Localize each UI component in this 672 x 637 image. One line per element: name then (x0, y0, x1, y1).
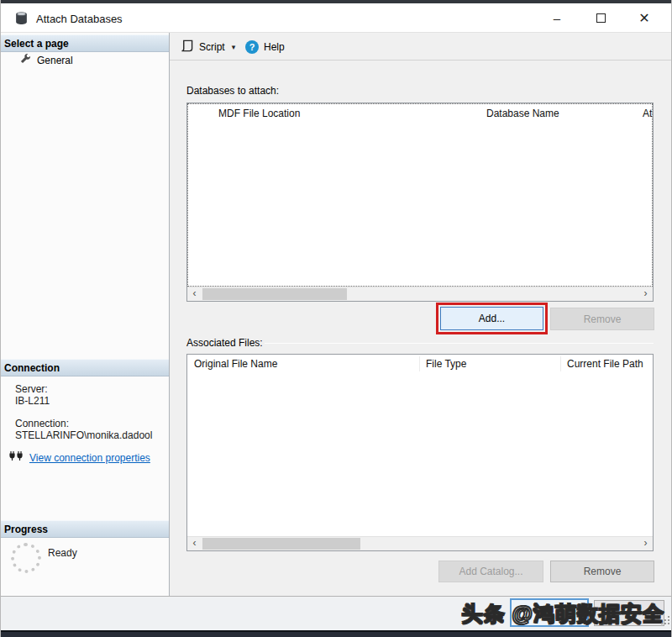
view-connection-properties-row: View connection properties (9, 451, 150, 465)
remove-button-top: Remove (550, 308, 654, 330)
databases-to-attach-label: Databases to attach: (186, 85, 279, 97)
attach-databases-dialog: Attach Databases – ✕ Select a page Gener… (0, 0, 672, 637)
scroll-left-icon[interactable]: ‹ (187, 287, 202, 301)
window-bottom-edge (1, 630, 672, 637)
progress-spinner-icon (11, 543, 41, 573)
connection-properties-icon (9, 451, 24, 465)
script-label: Script (199, 41, 225, 53)
script-button[interactable]: Script ▾ (176, 37, 239, 57)
remove-button-bottom[interactable]: Remove (550, 561, 654, 582)
column-header-database-name[interactable]: Database Name (486, 108, 559, 119)
column-divider (560, 356, 561, 371)
script-icon (180, 39, 194, 55)
sidebar-item-label: General (37, 55, 73, 66)
sidebar-item-general[interactable]: General (19, 53, 73, 67)
connection-value: STELLARINFO\monika.dadool (15, 429, 152, 441)
column-divider (419, 356, 420, 371)
select-page-header: Select a page (1, 34, 169, 52)
databases-horizontal-scrollbar[interactable]: ‹ › (187, 287, 653, 301)
associated-files-list-area: Original File Name File Type Current Fil… (187, 355, 653, 536)
add-catalog-button: Add Catalog... (438, 561, 543, 582)
scroll-right-icon[interactable]: › (638, 537, 653, 550)
resize-grip-icon[interactable] (660, 615, 670, 628)
scroll-left-icon[interactable]: ‹ (187, 537, 202, 550)
server-label: Server: (15, 383, 48, 395)
column-header-attach-as[interactable]: Atta (643, 108, 653, 119)
footer: 头条 @鸿萌数据安全 (1, 597, 672, 630)
server-value: IB-L211 (15, 395, 50, 407)
column-header-original-file-name[interactable]: Original File Name (194, 358, 277, 370)
databases-list-area: MDF File Location Database Name Atta (187, 103, 653, 287)
help-icon: ? (245, 40, 259, 54)
connection-label: Connection: (15, 418, 69, 429)
progress-header: Progress (1, 520, 169, 538)
window-title: Attach Databases (36, 13, 123, 25)
associated-files-label: Associated Files: (186, 337, 263, 349)
watermark-text: 头条 @鸿萌数据安全 (462, 600, 664, 628)
chevron-down-icon[interactable]: ▾ (230, 43, 236, 51)
databases-table[interactable]: MDF File Location Database Name Atta ‹ › (186, 103, 654, 302)
database-icon (14, 11, 29, 28)
associated-files-divider (265, 343, 654, 344)
scrollbar-thumb[interactable] (202, 538, 360, 550)
minimize-button[interactable]: – (538, 3, 575, 33)
column-header-current-file-path[interactable]: Current File Path (567, 358, 643, 370)
title-bar: Attach Databases – ✕ (1, 3, 672, 33)
connection-header: Connection (1, 359, 169, 376)
main-panel: Script ▾ ? Help Databases to attach: MDF… (170, 33, 672, 596)
wrench-icon (19, 53, 31, 67)
maximize-icon (596, 13, 606, 23)
scrollbar-thumb[interactable] (202, 288, 347, 300)
progress-status: Ready (48, 547, 77, 559)
scroll-right-icon[interactable]: › (638, 287, 653, 301)
sidebar: Select a page General Connection Server:… (1, 33, 170, 596)
help-button[interactable]: ? Help (242, 37, 288, 57)
help-label: Help (264, 41, 285, 53)
associated-files-table[interactable]: Original File Name File Type Current Fil… (186, 354, 654, 551)
maximize-button[interactable] (582, 3, 619, 33)
column-header-file-type[interactable]: File Type (426, 358, 466, 370)
column-header-mdf-file-location[interactable]: MDF File Location (218, 108, 300, 119)
associated-horizontal-scrollbar[interactable]: ‹ › (187, 536, 653, 550)
add-button[interactable]: Add... (440, 307, 543, 330)
view-connection-properties-link[interactable]: View connection properties (29, 452, 150, 464)
toolbar: Script ▾ ? Help (170, 33, 672, 61)
close-button[interactable]: ✕ (626, 3, 663, 33)
